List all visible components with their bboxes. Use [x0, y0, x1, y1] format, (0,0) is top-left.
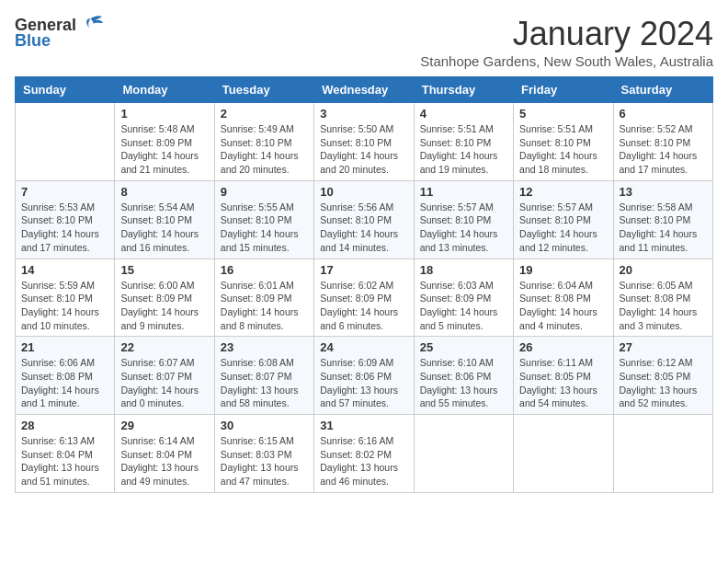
day-info: Sunrise: 6:11 AM Sunset: 8:05 PM Dayligh…	[519, 356, 607, 410]
header-tuesday: Tuesday	[214, 77, 313, 103]
day-number: 22	[120, 340, 208, 354]
day-number: 31	[320, 419, 407, 432]
day-info: Sunrise: 5:57 AM Sunset: 8:10 PM Dayligh…	[519, 201, 607, 255]
day-cell: 2Sunrise: 5:49 AM Sunset: 8:10 PM Daylig…	[214, 103, 313, 181]
day-number: 2	[221, 107, 308, 121]
day-number: 6	[620, 107, 707, 121]
day-info: Sunrise: 5:55 AM Sunset: 8:10 PM Dayligh…	[221, 201, 308, 255]
day-info: Sunrise: 6:00 AM Sunset: 8:09 PM Dayligh…	[120, 279, 208, 333]
day-cell: 11Sunrise: 5:57 AM Sunset: 8:10 PM Dayli…	[414, 180, 513, 259]
day-cell: 10Sunrise: 5:56 AM Sunset: 8:10 PM Dayli…	[314, 180, 414, 259]
day-number: 10	[320, 185, 407, 199]
day-info: Sunrise: 5:48 AM Sunset: 8:09 PM Dayligh…	[120, 122, 208, 177]
logo: General Blue	[15, 15, 104, 51]
day-cell: 6Sunrise: 5:52 AM Sunset: 8:10 PM Daylig…	[613, 103, 712, 181]
day-cell: 9Sunrise: 5:55 AM Sunset: 8:10 PM Daylig…	[214, 180, 313, 259]
day-number: 5	[519, 107, 607, 121]
day-info: Sunrise: 5:51 AM Sunset: 8:10 PM Dayligh…	[519, 122, 607, 177]
day-cell: 25Sunrise: 6:10 AM Sunset: 8:06 PM Dayli…	[414, 337, 513, 415]
day-cell: 8Sunrise: 5:54 AM Sunset: 8:10 PM Daylig…	[115, 180, 214, 259]
day-cell: 13Sunrise: 5:58 AM Sunset: 8:10 PM Dayli…	[613, 180, 712, 259]
day-number: 25	[420, 340, 507, 354]
week-row-5: 28Sunrise: 6:13 AM Sunset: 8:04 PM Dayli…	[16, 415, 713, 493]
day-info: Sunrise: 5:54 AM Sunset: 8:10 PM Dayligh…	[120, 201, 208, 255]
day-info: Sunrise: 5:49 AM Sunset: 8:10 PM Dayligh…	[221, 122, 308, 177]
day-number: 24	[320, 340, 407, 354]
day-info: Sunrise: 6:03 AM Sunset: 8:09 PM Dayligh…	[420, 279, 507, 333]
day-cell: 23Sunrise: 6:08 AM Sunset: 8:07 PM Dayli…	[214, 337, 313, 415]
day-cell: 5Sunrise: 5:51 AM Sunset: 8:10 PM Daylig…	[514, 103, 613, 181]
day-info: Sunrise: 5:53 AM Sunset: 8:10 PM Dayligh…	[21, 201, 108, 255]
calendar-table: SundayMondayTuesdayWednesdayThursdayFrid…	[15, 76, 713, 493]
day-number: 28	[21, 419, 108, 432]
day-info: Sunrise: 5:50 AM Sunset: 8:10 PM Dayligh…	[320, 122, 407, 177]
day-number: 7	[21, 185, 108, 199]
day-info: Sunrise: 5:56 AM Sunset: 8:10 PM Dayligh…	[320, 201, 407, 255]
logo-bird-icon	[78, 15, 104, 35]
day-cell: 7Sunrise: 5:53 AM Sunset: 8:10 PM Daylig…	[16, 180, 115, 259]
day-number: 29	[120, 419, 208, 432]
day-info: Sunrise: 6:12 AM Sunset: 8:05 PM Dayligh…	[620, 356, 707, 410]
header-wednesday: Wednesday	[314, 77, 414, 103]
day-cell: 27Sunrise: 6:12 AM Sunset: 8:05 PM Dayli…	[613, 337, 712, 415]
day-cell: 15Sunrise: 6:00 AM Sunset: 8:09 PM Dayli…	[115, 259, 214, 337]
day-cell	[414, 415, 513, 493]
day-info: Sunrise: 5:52 AM Sunset: 8:10 PM Dayligh…	[620, 122, 707, 177]
day-info: Sunrise: 6:07 AM Sunset: 8:07 PM Dayligh…	[120, 356, 208, 410]
day-info: Sunrise: 5:59 AM Sunset: 8:10 PM Dayligh…	[21, 279, 108, 333]
day-number: 26	[519, 340, 607, 354]
day-number: 15	[120, 263, 208, 277]
day-cell: 1Sunrise: 5:48 AM Sunset: 8:09 PM Daylig…	[115, 103, 214, 181]
day-number: 19	[519, 263, 607, 277]
day-number: 8	[120, 185, 208, 199]
day-info: Sunrise: 5:57 AM Sunset: 8:10 PM Dayligh…	[420, 201, 507, 255]
header-friday: Friday	[514, 77, 613, 103]
day-cell: 4Sunrise: 5:51 AM Sunset: 8:10 PM Daylig…	[414, 103, 513, 181]
day-cell: 19Sunrise: 6:04 AM Sunset: 8:08 PM Dayli…	[514, 259, 613, 337]
day-info: Sunrise: 6:01 AM Sunset: 8:09 PM Dayligh…	[221, 279, 308, 333]
day-info: Sunrise: 6:05 AM Sunset: 8:08 PM Dayligh…	[620, 279, 707, 333]
day-cell	[613, 415, 712, 493]
day-cell: 26Sunrise: 6:11 AM Sunset: 8:05 PM Dayli…	[514, 337, 613, 415]
header-saturday: Saturday	[613, 77, 712, 103]
day-number: 27	[620, 340, 707, 354]
day-info: Sunrise: 5:58 AM Sunset: 8:10 PM Dayligh…	[620, 201, 707, 255]
month-title: January 2024	[420, 15, 713, 53]
day-cell: 12Sunrise: 5:57 AM Sunset: 8:10 PM Dayli…	[514, 180, 613, 259]
day-info: Sunrise: 6:10 AM Sunset: 8:06 PM Dayligh…	[420, 356, 507, 410]
day-cell	[16, 103, 115, 181]
day-number: 21	[21, 340, 108, 354]
day-number: 12	[519, 185, 607, 199]
day-cell: 16Sunrise: 6:01 AM Sunset: 8:09 PM Dayli…	[214, 259, 313, 337]
day-cell: 29Sunrise: 6:14 AM Sunset: 8:04 PM Dayli…	[115, 415, 214, 493]
day-info: Sunrise: 6:06 AM Sunset: 8:08 PM Dayligh…	[21, 356, 108, 410]
day-info: Sunrise: 6:09 AM Sunset: 8:06 PM Dayligh…	[320, 356, 407, 410]
day-cell: 20Sunrise: 6:05 AM Sunset: 8:08 PM Dayli…	[613, 259, 712, 337]
day-number: 13	[620, 185, 707, 199]
header: General Blue January 2024 Stanhope Garde…	[15, 15, 713, 69]
day-cell	[514, 415, 613, 493]
week-row-2: 7Sunrise: 5:53 AM Sunset: 8:10 PM Daylig…	[16, 180, 713, 259]
day-number: 1	[120, 107, 208, 121]
day-cell: 3Sunrise: 5:50 AM Sunset: 8:10 PM Daylig…	[314, 103, 414, 181]
day-cell: 31Sunrise: 6:16 AM Sunset: 8:02 PM Dayli…	[314, 415, 414, 493]
day-number: 20	[620, 263, 707, 277]
day-cell: 28Sunrise: 6:13 AM Sunset: 8:04 PM Dayli…	[16, 415, 115, 493]
day-info: Sunrise: 6:14 AM Sunset: 8:04 PM Dayligh…	[120, 434, 208, 488]
day-info: Sunrise: 6:15 AM Sunset: 8:03 PM Dayligh…	[221, 434, 308, 488]
day-number: 11	[420, 185, 507, 199]
day-number: 17	[320, 263, 407, 277]
week-row-1: 1Sunrise: 5:48 AM Sunset: 8:09 PM Daylig…	[16, 103, 713, 181]
day-cell: 14Sunrise: 5:59 AM Sunset: 8:10 PM Dayli…	[16, 259, 115, 337]
day-cell: 22Sunrise: 6:07 AM Sunset: 8:07 PM Dayli…	[115, 337, 214, 415]
header-thursday: Thursday	[414, 77, 513, 103]
day-number: 18	[420, 263, 507, 277]
day-number: 30	[221, 419, 308, 432]
day-info: Sunrise: 6:02 AM Sunset: 8:09 PM Dayligh…	[320, 279, 407, 333]
day-number: 14	[21, 263, 108, 277]
day-cell: 30Sunrise: 6:15 AM Sunset: 8:03 PM Dayli…	[214, 415, 313, 493]
day-number: 9	[221, 185, 308, 199]
day-cell: 21Sunrise: 6:06 AM Sunset: 8:08 PM Dayli…	[16, 337, 115, 415]
header-sunday: Sunday	[16, 77, 115, 103]
day-cell: 24Sunrise: 6:09 AM Sunset: 8:06 PM Dayli…	[314, 337, 414, 415]
